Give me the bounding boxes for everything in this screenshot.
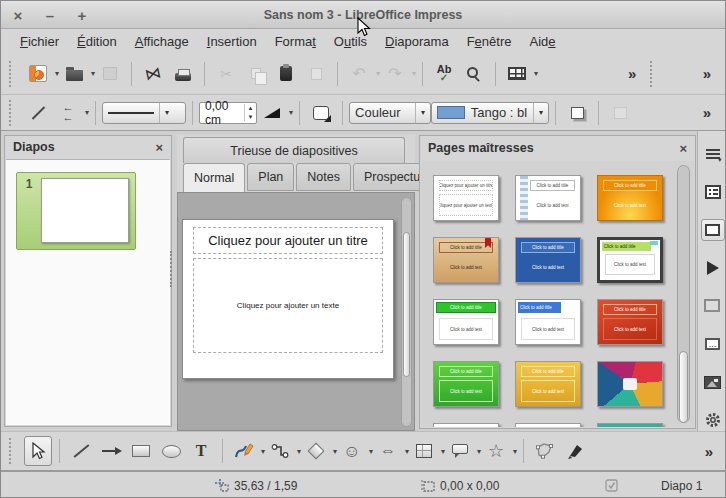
presentation-toolbar-overflow-button[interactable]: »	[703, 65, 711, 82]
callouts-button[interactable]	[446, 436, 474, 466]
spinner-arrows[interactable]: ▲▼	[244, 104, 256, 121]
master-thumbnail-13[interactable]	[433, 423, 499, 427]
paste-button[interactable]	[273, 60, 299, 88]
vertical-scrollbar[interactable]	[401, 197, 412, 427]
new-presentation-button[interactable]	[25, 60, 51, 88]
spin-up-icon[interactable]: ▲	[245, 104, 256, 112]
spin-down-icon[interactable]: ▼	[245, 113, 256, 121]
menu-item-5[interactable]: Format	[266, 31, 325, 52]
slide-canvas[interactable]: Cliquez pour ajouter un titre Cliquez po…	[177, 192, 415, 431]
close-icon[interactable]: ×	[155, 140, 163, 155]
title-placeholder[interactable]: Cliquez pour ajouter un titre	[193, 227, 383, 254]
master-thumbnail-9[interactable]: Click to add title Click to add text	[597, 299, 663, 345]
insert-table-button[interactable]	[504, 60, 530, 88]
curve-dropdown-icon[interactable]: ▾	[261, 447, 265, 456]
close-icon[interactable]: ×	[679, 141, 687, 156]
connector-tool-button[interactable]	[266, 436, 294, 466]
master-thumbnail-6[interactable]: Click to add title Click to add text	[597, 237, 663, 283]
line-tool-button[interactable]	[67, 436, 95, 466]
flowchart-dropdown-icon[interactable]: ▾	[441, 447, 445, 456]
toolbar-grip[interactable]	[9, 61, 17, 87]
toolbar-overflow-button[interactable]: »	[628, 65, 636, 82]
symbol-shapes-dropdown-icon[interactable]: ▾	[369, 447, 373, 456]
rectangle-tool-button[interactable]	[127, 436, 155, 466]
master-thumbnail-15[interactable]	[597, 423, 663, 427]
toolbar-grip[interactable]	[9, 438, 17, 464]
spellcheck-button[interactable]: Ab✓	[431, 60, 457, 88]
body-placeholder[interactable]: Cliquez pour ajouter un texte	[193, 258, 383, 353]
master-scrollbar[interactable]	[677, 165, 690, 423]
table-dropdown-icon[interactable]: ▾	[534, 69, 538, 78]
basic-shapes-button[interactable]	[302, 436, 330, 466]
slides-list[interactable]: 1	[6, 159, 170, 425]
close-window-icon[interactable]: ×	[11, 7, 25, 24]
slide-indicator[interactable]: Diapo 1	[661, 472, 702, 498]
text-tool-button[interactable]: T	[187, 436, 215, 466]
connector-dropdown-icon[interactable]: ▾	[297, 447, 301, 456]
find-replace-button[interactable]	[461, 60, 487, 88]
master-thumbnail-12[interactable]	[597, 361, 663, 407]
master-thumbnail-10[interactable]: Click to add title Click to add text	[433, 361, 499, 407]
master-thumbnail-5[interactable]: Click to add title Click to add text	[515, 237, 581, 283]
sidebar-tab-properties[interactable]	[701, 181, 725, 202]
open-dropdown-icon[interactable]: ▾	[91, 69, 95, 78]
arrow-style-dropdown-icon[interactable]: ▾	[85, 108, 89, 117]
toolbar-grip[interactable]	[9, 100, 17, 126]
export-pdf-button[interactable]: ⋈	[140, 60, 166, 88]
view-tab-2[interactable]: Plan	[247, 163, 294, 191]
curve-tool-button[interactable]	[230, 436, 258, 466]
sidebar-tab-slide-transition[interactable]	[701, 296, 725, 317]
line-color-button[interactable]	[259, 99, 285, 127]
panel-splitter[interactable]	[170, 251, 175, 287]
select-tool-button[interactable]	[24, 436, 52, 466]
edit-points-button[interactable]	[531, 436, 559, 466]
menu-item-4[interactable]: Insertion	[198, 31, 266, 52]
block-arrows-dropdown-icon[interactable]: ▾	[405, 447, 409, 456]
symbol-shapes-button[interactable]: ☺	[338, 436, 366, 466]
sidebar-tab-gallery[interactable]	[701, 372, 725, 393]
toolbar-grip[interactable]	[650, 61, 658, 87]
view-tab-1[interactable]: Normal	[183, 163, 245, 193]
print-button[interactable]	[170, 60, 196, 88]
fill-color-select[interactable]: Tango : bl ▾	[431, 102, 549, 124]
block-arrows-button[interactable]: ⇔	[374, 436, 402, 466]
master-thumbnail-4[interactable]: Click to add title Click to add text	[433, 237, 499, 283]
menu-item-9[interactable]: Aide	[520, 31, 564, 52]
sidebar-tab-styles[interactable]: …	[701, 334, 725, 355]
menu-item-2[interactable]: Édition	[68, 31, 126, 52]
arrow-tool-button[interactable]	[97, 436, 125, 466]
arrow-style-button[interactable]: ←←	[55, 99, 81, 127]
maximize-window-icon[interactable]: +	[75, 7, 89, 24]
line-button[interactable]	[25, 99, 51, 127]
fill-type-select[interactable]: Couleur ▾	[349, 102, 431, 124]
view-tab-3[interactable]: Notes	[296, 163, 351, 191]
area-style-button[interactable]	[308, 99, 334, 127]
flowchart-button[interactable]	[410, 436, 438, 466]
master-thumbnail-3[interactable]: Click to add title Click to add text	[597, 175, 663, 221]
open-button[interactable]	[61, 60, 87, 88]
menu-item-1[interactable]: Fichier	[11, 31, 68, 52]
slide-page[interactable]: Cliquez pour ajouter un titre Cliquez po…	[182, 219, 394, 379]
menu-item-7[interactable]: Diaporama	[376, 31, 458, 52]
master-thumbnail-11[interactable]: Click to add title Click to add text	[515, 361, 581, 407]
master-thumbnail-1[interactable]: Cliquez pour ajouter un titre Cliquez po…	[433, 175, 499, 221]
master-thumbnail-2[interactable]: Click to add title Click to add text	[515, 175, 581, 221]
master-thumbnail-14[interactable]	[515, 423, 581, 427]
sidebar-menu-button[interactable]	[701, 143, 725, 164]
basic-shapes-dropdown-icon[interactable]: ▾	[333, 447, 337, 456]
stars-button[interactable]: ☆	[482, 436, 510, 466]
glue-points-button[interactable]	[561, 436, 589, 466]
master-thumbnail-8[interactable]: Click to add title Click to add text	[515, 299, 581, 345]
master-thumbnail-7[interactable]: Click to add title Click to add text	[433, 299, 499, 345]
ellipse-tool-button[interactable]	[157, 436, 185, 466]
scrollbar-thumb[interactable]	[679, 351, 688, 423]
sidebar-tab-master-pages[interactable]	[701, 219, 725, 240]
slide-thumbnail-1[interactable]: 1	[16, 172, 136, 250]
toolbar-overflow-button[interactable]: »	[703, 104, 711, 121]
minimize-window-icon[interactable]: –	[43, 7, 57, 24]
scrollbar-thumb[interactable]	[403, 232, 410, 377]
shadow-button[interactable]	[564, 99, 590, 127]
line-width-spinner[interactable]: 0,00 cm ▲▼	[199, 102, 257, 124]
sidebar-tab-custom-animation[interactable]	[701, 258, 725, 279]
new-dropdown-icon[interactable]: ▾	[55, 69, 59, 78]
